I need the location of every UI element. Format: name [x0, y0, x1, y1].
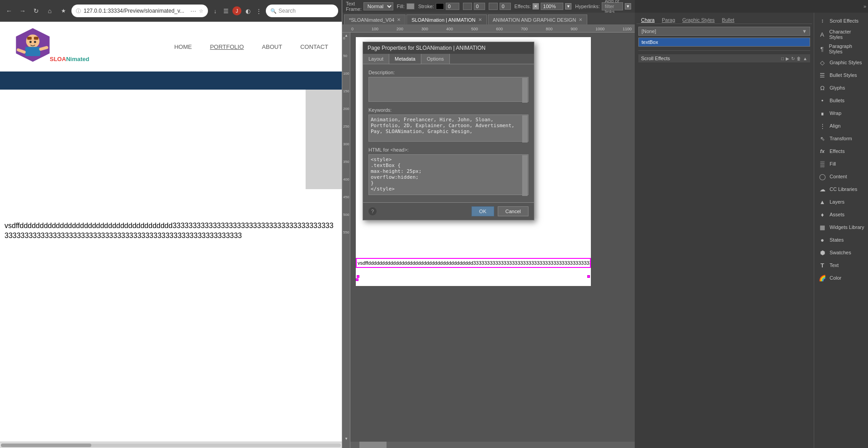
tool-label-text: Text — [830, 262, 839, 268]
tool-states[interactable]: ● States — [814, 234, 868, 246]
handle-tl[interactable] — [357, 275, 359, 278]
extensions-icon[interactable]: ◐ — [243, 6, 252, 15]
dialog-help-icon[interactable]: ? — [368, 207, 377, 215]
nav-reload-button[interactable]: ↻ — [31, 5, 42, 16]
tab-sloananimation[interactable]: SLOANimation | ANIMATION ✕ — [406, 14, 486, 24]
canvas-scrollbar-bottom[interactable] — [350, 442, 635, 448]
tool-swatches[interactable]: ⬢ Swatches — [814, 246, 868, 259]
selected-text-element[interactable]: vsdffddddddddddddddddddddddddddddddddddd… — [356, 258, 591, 268]
profile-icon[interactable]: J — [232, 6, 241, 15]
dialog-ok-btn[interactable]: OK — [472, 206, 494, 216]
tab-close-2[interactable]: ✕ — [579, 17, 582, 22]
animate-ruler: 0 100 200 300 400 500 600 700 800 900 10… — [342, 24, 635, 33]
hyperlinks-input[interactable]: Add or filter links — [602, 2, 623, 10]
keywords-scrollbar[interactable] — [522, 115, 528, 143]
parag-tab[interactable]: Parag — [659, 16, 678, 24]
topbar-input1[interactable] — [474, 3, 485, 10]
prop-chevron[interactable]: » — [863, 4, 866, 9]
tool-transform[interactable]: ⇖ Transform — [814, 132, 868, 145]
bookmarks-icon[interactable]: ☰ — [222, 6, 231, 15]
ruler-marks: 0 100 200 300 400 500 600 700 800 900 10… — [351, 24, 635, 32]
tool-content[interactable]: ◯ Content — [814, 170, 868, 183]
topbar-hyperlinks: Hyperlinks: Add or filter links ▼ — [575, 2, 631, 10]
textframe-dropdown[interactable]: Normal — [363, 2, 393, 10]
action-icon-1[interactable]: □ — [781, 56, 784, 61]
handle-bl-dot[interactable] — [356, 278, 359, 281]
action-icon-2[interactable]: ▶ — [786, 56, 789, 61]
tool-text[interactable]: T Text — [814, 259, 868, 272]
tab-close-0[interactable]: ✕ — [397, 17, 401, 22]
chara-tab[interactable]: Chara — [638, 16, 657, 24]
tool-assets[interactable]: ♦ Assets — [814, 208, 868, 221]
tab-animation-graphic[interactable]: ANIMATION AND GRAPHIC DESIGN ✕ — [488, 14, 587, 24]
tool-align[interactable]: ⋮ Align — [814, 119, 868, 132]
nav-home[interactable]: HOME — [174, 43, 192, 50]
tool-wrap[interactable]: ∎ Wrap — [814, 107, 868, 119]
action-icon-3[interactable]: ↻ — [791, 56, 795, 61]
keywords-textarea[interactable]: Animation, Freelancer, Hire, John, Sloan… — [368, 114, 528, 142]
tool-scroll-effects[interactable]: ↕ Scroll Effects — [814, 14, 868, 27]
address-bar[interactable]: ⓘ 127.0.0.1:33334/Preview/sloanimated_v.… — [71, 5, 208, 17]
styles-dropdown[interactable]: [None] ▼ — [638, 27, 810, 36]
effects-close-btn[interactable]: ✕ — [533, 3, 539, 10]
scroll-up-arrow[interactable]: ▲ — [344, 33, 348, 38]
tool-paragraph-styles[interactable]: ¶ Paragraph Styles — [814, 42, 868, 56]
nav-bookmark-button[interactable]: ★ — [58, 5, 69, 16]
browser-scrollbar[interactable] — [0, 442, 342, 448]
nav-forward-button[interactable]: → — [17, 5, 28, 16]
chevron-down-icon: ▲ — [803, 56, 807, 61]
dialog-cancel-btn[interactable]: Cancel — [498, 206, 528, 216]
nav-back-button[interactable]: ← — [4, 5, 14, 16]
scrollbar-thumb[interactable] — [1, 443, 91, 447]
effects-arrow-btn[interactable]: ▼ — [565, 3, 571, 10]
tool-effects[interactable]: fx Effects — [814, 145, 868, 157]
stroke-value[interactable]: 0 — [446, 3, 459, 10]
dialog-tab-options[interactable]: Options — [421, 54, 450, 64]
description-scrollbar[interactable] — [522, 78, 528, 103]
browser-search-bar[interactable]: 🔍 Search — [266, 5, 338, 17]
scroll-down-arrow[interactable]: ▼ — [344, 437, 348, 441]
tool-layers[interactable]: ▲ Layers — [814, 195, 868, 208]
effects-panel-icon: fx — [818, 147, 827, 156]
nav-contact[interactable]: CONTACT — [300, 43, 328, 50]
html-scrollbar[interactable] — [522, 155, 528, 196]
tool-fill[interactable]: ▒ Fill — [814, 157, 868, 170]
tab-sloanv04[interactable]: *SLOANimated_V04 ✕ — [344, 14, 406, 24]
description-textarea[interactable] — [368, 77, 528, 102]
hscroll-thumb[interactable] — [359, 442, 387, 448]
dialog-tab-layout[interactable]: Layout — [363, 54, 389, 64]
effects-value[interactable]: 100% — [541, 3, 563, 10]
handle-tr[interactable] — [587, 275, 590, 278]
graphic-styles-tab[interactable]: Graphic Styles — [679, 16, 717, 24]
menu-icon[interactable]: ⋮ — [254, 6, 263, 15]
tool-bullet-styles[interactable]: ☰ Bullet Styles — [814, 69, 868, 81]
scroll-effects-header[interactable]: Scroll Effects □ ▶ ↻ 🗑 ▲ — [638, 54, 810, 62]
nav-about[interactable]: ABOUT — [262, 43, 282, 50]
tool-glyphs[interactable]: Ω Glyphs — [814, 81, 868, 94]
effects-label: Effects: — [514, 4, 531, 9]
nav-home-button[interactable]: ⌂ — [44, 5, 55, 16]
html-head-textarea[interactable]: <style> .textBox { max-height: 25px; ove… — [368, 154, 528, 195]
animate-tabs: *SLOANimated_V04 ✕ SLOANimation | ANIMAT… — [342, 13, 635, 24]
tool-character-styles[interactable]: A Character Styles — [814, 27, 868, 42]
action-trash[interactable]: 🗑 — [797, 56, 801, 61]
dialog-tab-metadata[interactable]: Metadata — [389, 54, 421, 64]
site-sidebar — [306, 90, 342, 189]
tool-graphic-styles[interactable]: ◇ Graphic Styles — [814, 56, 868, 69]
tool-widgets-library[interactable]: ▦ Widgets Library — [814, 221, 868, 234]
stroke-color-box[interactable] — [436, 3, 444, 10]
hyperlinks-arrow-btn[interactable]: ▼ — [625, 3, 631, 10]
site-overflow-text: vsdffddddddddddddddddddddddddddddddddddd… — [5, 221, 337, 241]
website-content: SLOANimated HOME PORTFOLIO ABOUT CONTACT… — [0, 22, 342, 442]
styles-item-textbox[interactable]: textBox — [639, 38, 810, 46]
dialog-footer: ? OK Cancel — [363, 202, 534, 220]
download-icon[interactable]: ↓ — [211, 6, 220, 15]
tool-bullets[interactable]: • Bullets — [814, 94, 868, 107]
nav-portfolio[interactable]: PORTFOLIO — [210, 43, 244, 50]
fill-color-box[interactable] — [406, 3, 415, 10]
bullet-tab[interactable]: Bullet — [719, 16, 737, 24]
topbar-input2[interactable] — [500, 3, 511, 10]
tool-color[interactable]: 🌈 Color — [814, 272, 868, 284]
tool-cc-libraries[interactable]: ☁ CC Libraries — [814, 183, 868, 195]
tab-close-1[interactable]: ✕ — [478, 17, 482, 22]
